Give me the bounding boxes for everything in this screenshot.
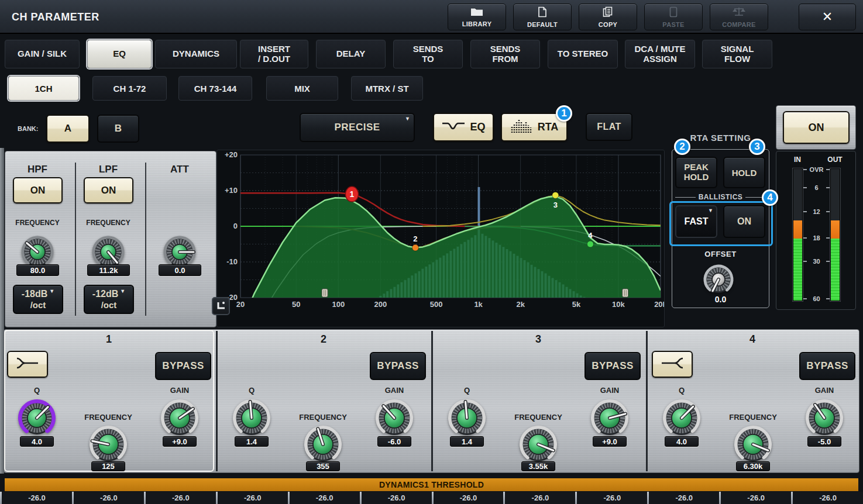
svg-text:5k: 5k xyxy=(572,300,581,309)
band-4-frequency-value: 6.30k xyxy=(736,461,770,471)
lpf-title: LPF xyxy=(85,164,132,175)
band-1-frequency-value: 125 xyxy=(91,461,125,471)
band-1-q-value: 4.0 xyxy=(20,436,54,447)
band-3-bypass-button[interactable]: BYPASS xyxy=(584,352,641,380)
close-button[interactable]: ✕ xyxy=(799,4,856,30)
band-3-number: 3 xyxy=(521,333,556,346)
threshold-cell[interactable]: -26.0 xyxy=(146,492,216,504)
subtab-ch-1-72[interactable]: CH 1-72 xyxy=(92,76,167,101)
svg-text:3: 3 xyxy=(553,201,558,209)
svg-text:+20: +20 xyxy=(225,150,238,159)
eq-display-button[interactable]: EQ xyxy=(433,113,494,141)
band-4-gain-knob[interactable] xyxy=(805,399,844,437)
callout-badge-4: 4 xyxy=(762,189,778,206)
offset-knob[interactable] xyxy=(703,264,734,295)
subtab-1ch[interactable]: 1CH xyxy=(8,76,79,101)
peak-hold-button[interactable]: PEAK HOLD xyxy=(675,157,717,188)
meter-tick-ovr: OVR xyxy=(803,167,830,172)
band-2-frequency-knob[interactable] xyxy=(304,425,342,464)
tab-insert-dout[interactable]: INSERT / D.OUT xyxy=(240,40,308,68)
flat-button[interactable]: FLAT xyxy=(586,113,632,141)
dynamics-threshold-strip: DYNAMICS1 THRESHOLD xyxy=(5,478,858,491)
meter-tick-30: 30 xyxy=(803,258,830,264)
threshold-cell[interactable]: -26.0 xyxy=(721,492,791,504)
offset-value: 0.0 xyxy=(672,295,769,304)
band-2-gain-knob[interactable] xyxy=(375,399,414,437)
tab-signal-flow[interactable]: SIGNAL FLOW xyxy=(702,40,772,68)
eq-type-dropdown[interactable]: PRECISE ▼ xyxy=(300,113,415,142)
hpf-slope-dropdown[interactable]: -18dB▼ /oct xyxy=(13,285,63,314)
subtab-ch-73-144[interactable]: CH 73-144 xyxy=(178,76,252,101)
eq-graph-plot[interactable]: 1234+20+100-10-2020501002005001k2k5k10k2… xyxy=(216,150,665,327)
bank-b-button[interactable]: B xyxy=(97,115,139,143)
threshold-cell[interactable]: -26.0 xyxy=(218,492,288,504)
page-title: CH PARAMETER xyxy=(12,0,99,34)
band-1-low-shelf-button[interactable] xyxy=(7,351,48,378)
svg-text:10k: 10k xyxy=(612,300,625,309)
band-1-gain-knob[interactable] xyxy=(160,399,199,437)
lpf-slope-dropdown[interactable]: -12dB▼ /oct xyxy=(84,285,134,314)
band-divider xyxy=(646,331,648,471)
hold-button[interactable]: HOLD xyxy=(723,157,765,188)
ballistics-on-button[interactable]: ON xyxy=(723,205,765,238)
threshold-cell[interactable]: -26.0 xyxy=(434,492,504,504)
tab-to-stereo[interactable]: TO STEREO xyxy=(548,40,618,68)
graph-scale-toggle-button[interactable] xyxy=(212,297,230,315)
eq-type-value: PRECISE xyxy=(301,114,414,141)
band-3-gain-knob[interactable] xyxy=(590,399,629,437)
copy-button[interactable]: COPY xyxy=(579,4,637,30)
band-2-bypass-button[interactable]: BYPASS xyxy=(370,352,426,380)
band-4-bypass-button[interactable]: BYPASS xyxy=(799,352,855,380)
threshold-cell[interactable]: -26.0 xyxy=(793,492,863,504)
ballistics-mode-dropdown[interactable]: FAST ▼ xyxy=(675,205,717,238)
tab-sends-to[interactable]: SENDS TO xyxy=(393,40,463,68)
threshold-cell[interactable]: -26.0 xyxy=(290,492,360,504)
band-4-frequency-knob[interactable] xyxy=(734,425,772,464)
threshold-cell[interactable]: -26.0 xyxy=(577,492,647,504)
band-2-q-knob[interactable] xyxy=(232,399,271,437)
paste-button[interactable]: PASTE xyxy=(644,4,703,30)
band-divider xyxy=(216,331,218,471)
tab-gain-silk[interactable]: GAIN / SILK xyxy=(5,40,80,68)
lpf-frequency-value: 11.2k xyxy=(87,264,130,276)
threshold-value-row: -26.0 -26.0 -26.0 -26.0 -26.0 -26.0 -26.… xyxy=(0,492,863,504)
band-1-gain-value: +9.0 xyxy=(163,436,197,447)
subtab-mtrx-st[interactable]: MTRX / ST xyxy=(351,76,423,101)
band-1-frequency-knob[interactable] xyxy=(89,425,128,464)
compare-button[interactable]: COMPARE xyxy=(710,4,768,30)
lpf-slope-value: -12dB xyxy=(92,289,118,299)
lpf-on-button[interactable]: ON xyxy=(84,177,133,203)
svg-text:20: 20 xyxy=(236,300,245,309)
band-1-bypass-button[interactable]: BYPASS xyxy=(155,352,211,380)
bank-a-button[interactable]: A xyxy=(46,115,90,143)
threshold-cell[interactable]: -26.0 xyxy=(649,492,719,504)
default-button-label: DEFAULT xyxy=(527,21,558,28)
band-1-q-knob[interactable] xyxy=(18,399,56,437)
band-3-q-knob[interactable] xyxy=(448,399,486,437)
band-3-frequency-knob[interactable] xyxy=(519,425,558,464)
tab-dca-mute-assign[interactable]: DCA / MUTE ASSIGN xyxy=(625,40,695,68)
att-value: 0.0 xyxy=(159,264,201,276)
tab-eq[interactable]: EQ xyxy=(87,40,152,68)
hpf-on-button[interactable]: ON xyxy=(13,177,63,203)
threshold-cell[interactable]: -26.0 xyxy=(74,492,144,504)
eq-curve-icon xyxy=(441,119,466,136)
tab-dynamics[interactable]: DYNAMICS xyxy=(155,40,237,68)
default-button[interactable]: DEFAULT xyxy=(513,4,572,30)
threshold-cell[interactable]: -26.0 xyxy=(505,492,575,504)
tab-sends-from[interactable]: SENDS FROM xyxy=(470,40,540,68)
eq-on-button[interactable]: ON xyxy=(783,111,850,144)
svg-text:-10: -10 xyxy=(226,257,238,266)
threshold-cell[interactable]: -26.0 xyxy=(362,492,432,504)
threshold-cell[interactable]: -26.0 xyxy=(2,492,72,504)
subtab-mix[interactable]: MIX xyxy=(266,76,338,101)
ch-parameter-window: CH PARAMETER LIBRARY DEFAULT COPY PASTE … xyxy=(0,0,863,504)
band-4-q-knob[interactable] xyxy=(662,399,701,437)
band-3-q-value: 1.4 xyxy=(450,436,484,447)
tab-delay[interactable]: DELAY xyxy=(316,40,386,68)
band-2-number: 2 xyxy=(306,333,341,346)
band-1-gain-label: GAIN xyxy=(162,386,197,395)
dropdown-caret-icon: ▼ xyxy=(708,208,713,213)
band-4-high-shelf-button[interactable] xyxy=(652,351,693,378)
library-button[interactable]: LIBRARY xyxy=(448,4,506,30)
